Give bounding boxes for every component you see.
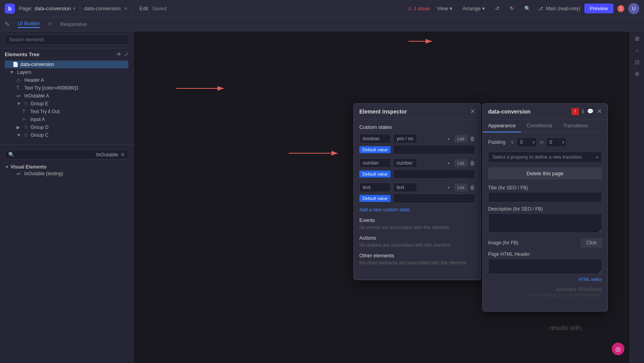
view-label: View [437, 6, 448, 11]
inoutable-close-button[interactable]: ✕ [121, 152, 125, 158]
list-button-number[interactable]: List [454, 159, 467, 167]
warning-icon: ⚠ [408, 6, 412, 11]
tree-item-layers[interactable]: ▼ Layers [5, 68, 128, 76]
page-html-header-label: Page HTML Header [488, 251, 602, 257]
sidebar-icon-4[interactable]: ⚙ [635, 71, 640, 77]
default-value-input-text[interactable] [393, 194, 475, 203]
app-logo: b [5, 4, 15, 14]
transition-select-wrap: Select a property to define a new transi… [488, 152, 602, 163]
tree-item-text-try-out[interactable]: T Text Try it Out: [5, 108, 128, 116]
visual-elements-expand-icon: ▼ [5, 165, 9, 169]
sidebar-icon-3[interactable]: ⊡ [635, 59, 640, 65]
expand-icon[interactable]: ⤢ [124, 51, 128, 57]
transition-select[interactable]: Select a property to define a new transi… [488, 152, 602, 163]
preview-button[interactable]: Preview [584, 4, 613, 13]
padding-h-label: H [540, 140, 543, 145]
delete-state-button-number[interactable]: 🗑 [470, 160, 475, 166]
undo-button[interactable]: ↺ [492, 4, 503, 13]
padding-v-input[interactable] [517, 138, 531, 147]
inspector-header: Element inspector ✕ [354, 104, 481, 119]
visual-elements-section: ▼ Visual Elements ⇌ InOutable (testing) [0, 162, 133, 179]
canvas-bottom-text: results with, [550, 324, 583, 332]
image-fb-click-button[interactable]: Click [581, 238, 602, 248]
default-value-row-text: Default value [359, 194, 475, 203]
delete-state-button-text[interactable]: 🗑 [470, 184, 475, 191]
tab-ui-builder[interactable]: UI Builder [18, 20, 40, 28]
padding-h-input[interactable] [547, 138, 561, 147]
tree-item-inoutable-testing[interactable]: ⇌ InOutable (testing) [5, 170, 128, 178]
state-name-input-text[interactable] [359, 183, 391, 192]
tree-item-label: Group C [31, 132, 48, 138]
info-button[interactable]: ℹ [582, 108, 584, 114]
default-value-row-number: Default value [359, 169, 475, 179]
search-input[interactable] [5, 35, 128, 45]
redo-button[interactable]: ↻ [507, 4, 517, 13]
state-type-select-text[interactable]: text yes / no number [393, 183, 417, 192]
inoutable-search-section: 🔍 InOutable ✕ [0, 147, 133, 162]
properties-body: Padding V ▾ H ▾ Select a property to def… [483, 133, 607, 302]
state-type-select-number[interactable]: number yes / no text [393, 158, 417, 168]
padding-h-dropdown[interactable]: ▾ [561, 139, 566, 145]
default-value-input-number[interactable] [393, 169, 475, 179]
tree-item-group-e[interactable]: ▼ ⁝⁝ Group E [5, 100, 128, 108]
user-avatar[interactable]: U [628, 3, 639, 14]
tree-item-group-c[interactable]: ▼ ⁝⁝ Group C [5, 131, 128, 139]
tree-item-label: data-conversion [20, 62, 54, 67]
delete-state-button-boolean[interactable]: 🗑 [470, 136, 475, 142]
tab-transitions[interactable]: Transitions [558, 119, 593, 132]
padding-v-dropdown[interactable]: ▾ [531, 139, 536, 145]
folder-icon: ▼ [9, 70, 15, 75]
list-button-text[interactable]: List [454, 183, 467, 191]
add-custom-state-link[interactable]: Add a new custom state [359, 207, 475, 213]
default-value-badge-text: Default value [359, 195, 391, 202]
visual-elements-title-row: ▼ Visual Elements [5, 164, 128, 170]
properties-header: data-conversion ! ℹ 💬 ✕ [483, 104, 607, 119]
default-value-input-boolean[interactable] [393, 145, 475, 154]
branch-name[interactable]: data-conversion [84, 6, 121, 11]
properties-tabs: Appearance Conditional Transitions [483, 119, 607, 133]
topbar: b Page: data-conversion ▾ data-conversio… [0, 0, 644, 17]
padding-label: Padding [488, 139, 508, 145]
delete-page-button[interactable]: Delete this page [488, 167, 602, 180]
main-label: Main (read-only) [546, 6, 580, 11]
state-name-input-boolean[interactable] [359, 134, 391, 143]
tree-item-inoutable-a[interactable]: ⇌ InOutable A [5, 92, 128, 100]
eye-icon[interactable]: 👁 [117, 51, 122, 57]
properties-close-button[interactable]: ✕ [597, 108, 602, 115]
alert-button[interactable]: ! [571, 108, 579, 115]
html-editor-link[interactable]: HTML editor [488, 277, 602, 282]
saved-label: Saved [152, 6, 166, 11]
page-icon: 📄 [13, 62, 18, 67]
search-button[interactable]: 🔍 [521, 4, 534, 13]
comment-button[interactable]: 💬 [587, 108, 594, 114]
inspector-body: Custom states yes / no number text List … [354, 119, 481, 275]
state-row-boolean: yes / no number text List 🗑 [359, 134, 475, 143]
sidebar-icon-1[interactable]: ⊞ [635, 35, 640, 42]
group-c-dots-icon: ⁝⁝ [24, 132, 27, 138]
state-type-select-boolean[interactable]: yes / no number text [393, 134, 417, 143]
state-name-input-number[interactable] [359, 158, 391, 168]
tab-appearance[interactable]: Appearance [483, 119, 521, 132]
elements-tree-title-row: Elements Tree 👁 ⤢ [5, 51, 128, 57]
tab-conditional[interactable]: Conditional [521, 119, 558, 132]
arrange-button[interactable]: Arrange ▾ [459, 4, 488, 13]
tree-item-header-a[interactable]: ◇ Header A [5, 76, 128, 84]
title-seo-input[interactable] [488, 192, 602, 202]
title-seo-label: Title (for SEO / FB) [488, 185, 602, 191]
tree-item-data-conversion[interactable]: 📄 data-conversion [5, 60, 128, 68]
tree-item-text-try[interactable]: T Text Try [color=#008080]1 [5, 84, 128, 92]
list-button-boolean[interactable]: List [454, 135, 467, 143]
description-seo-textarea[interactable] [488, 213, 602, 233]
notification-badge: 1 [617, 5, 624, 12]
tab-responsive[interactable]: Responsive [60, 21, 87, 27]
sidebar-icon-2[interactable]: ○ [635, 47, 639, 53]
branch-icon: ⎇ [538, 6, 543, 11]
tree-item-input-a[interactable]: ⊢ Input A [5, 116, 128, 123]
tree-item-group-d[interactable]: ▶ ⁝⁝ Group D [5, 123, 128, 131]
tree-item-label: Header A [24, 77, 44, 83]
view-button[interactable]: View ▾ [434, 4, 456, 13]
page-html-header-textarea[interactable] [488, 258, 602, 274]
inoutable-search-input[interactable] [17, 152, 94, 158]
other-empty-text: No other elements are associated with th… [359, 260, 475, 266]
inspector-close-button[interactable]: ✕ [470, 108, 475, 115]
